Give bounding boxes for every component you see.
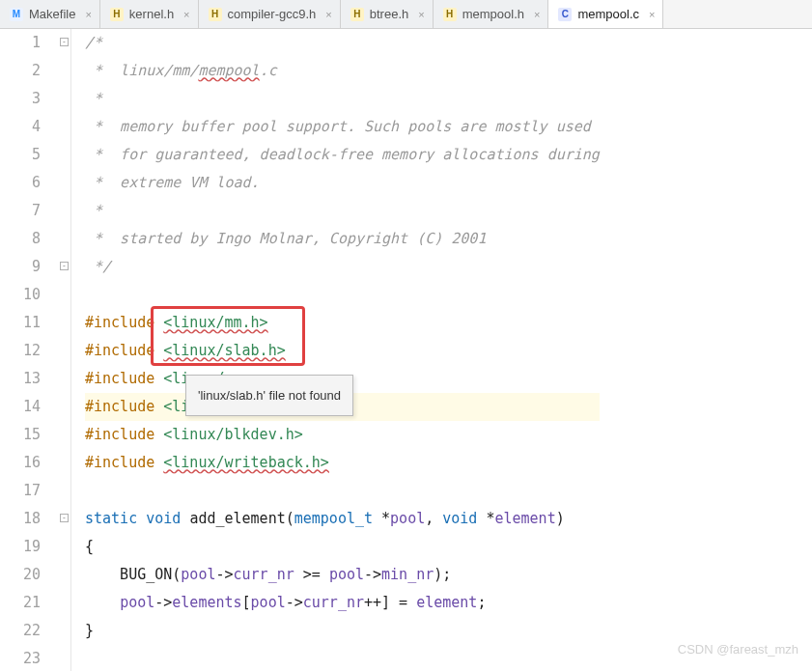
line-number: 22 <box>0 617 41 645</box>
file-type-icon: H <box>209 8 222 21</box>
line-number: 2 <box>0 57 41 85</box>
tab-kernel-h[interactable]: Hkernel.h× <box>100 0 199 28</box>
code-line[interactable]: #include <linux/mm.h> <box>85 309 600 337</box>
file-type-icon: H <box>443 8 457 21</box>
line-number: 23 <box>0 645 41 671</box>
line-number: 1 <box>0 29 41 57</box>
line-number: 13 <box>0 365 41 393</box>
line-number: 20 <box>0 561 41 589</box>
code-line[interactable] <box>85 281 600 309</box>
close-icon[interactable]: × <box>534 9 540 20</box>
tab-label: mempool.h <box>462 7 524 21</box>
fold-toggle-icon[interactable]: - <box>60 514 69 522</box>
close-icon[interactable]: × <box>649 9 655 20</box>
editor-area[interactable]: 123456789101112131415161718192021222324 … <box>0 29 812 671</box>
code-content[interactable]: /* * linux/mm/mempool.c * * memory buffe… <box>71 29 600 671</box>
file-type-icon: H <box>110 8 124 21</box>
code-line[interactable]: #include <linux/writeback.h> <box>85 449 600 477</box>
tab-label: mempool.c <box>577 7 639 21</box>
line-number: 10 <box>0 281 41 309</box>
code-line[interactable]: */ <box>85 253 600 281</box>
line-number: 17 <box>0 477 41 505</box>
file-type-icon: M <box>10 8 23 21</box>
code-line[interactable]: * <box>85 197 600 225</box>
line-number-gutter: 123456789101112131415161718192021222324 <box>0 29 58 671</box>
line-number: 19 <box>0 533 41 561</box>
code-line[interactable]: * linux/mm/mempool.c <box>85 57 600 85</box>
code-line[interactable]: static void add_element(mempool_t *pool,… <box>85 505 600 533</box>
code-line[interactable]: /* <box>85 29 600 57</box>
tab-label: compiler-gcc9.h <box>228 7 317 21</box>
code-line[interactable]: * memory buffer pool support. Such pools… <box>85 113 600 141</box>
tab-mempool-h[interactable]: Hmempool.h× <box>434 0 549 28</box>
code-line[interactable] <box>85 645 600 671</box>
code-line[interactable]: * extreme VM load. <box>85 169 600 197</box>
watermark: CSDN @fareast_mzh <box>678 635 798 663</box>
tab-label: btree.h <box>370 7 408 21</box>
code-line[interactable]: } <box>85 617 600 645</box>
close-icon[interactable]: × <box>325 9 331 20</box>
tab-btree-h[interactable]: Hbtree.h× <box>341 0 434 28</box>
line-number: 16 <box>0 449 41 477</box>
line-number: 9 <box>0 253 41 281</box>
line-number: 3 <box>0 85 41 113</box>
line-number: 6 <box>0 169 41 197</box>
line-number: 18 <box>0 505 41 533</box>
line-number: 8 <box>0 225 41 253</box>
fold-toggle-icon[interactable]: - <box>60 38 69 46</box>
tab-Makefile[interactable]: MMakefile× <box>0 0 100 28</box>
code-line[interactable]: * for guaranteed, deadlock-free memory a… <box>85 141 600 169</box>
line-number: 11 <box>0 309 41 337</box>
editor-tabs: MMakefile×Hkernel.h×Hcompiler-gcc9.h×Hbt… <box>0 0 812 29</box>
code-line[interactable]: pool->elements[pool->curr_nr++] = elemen… <box>85 589 600 617</box>
code-line[interactable]: * <box>85 85 600 113</box>
file-type-icon: H <box>350 8 364 21</box>
line-number: 15 <box>0 421 41 449</box>
code-line[interactable]: #include <linux/blkdev.h> <box>85 421 600 449</box>
line-number: 5 <box>0 141 41 169</box>
tooltip-text: 'linux/slab.h' file not found <box>198 388 341 403</box>
line-number: 12 <box>0 337 41 365</box>
code-line[interactable]: #include <linux/slab.h> <box>85 337 600 365</box>
line-number: 4 <box>0 113 41 141</box>
tab-label: Makefile <box>29 7 75 21</box>
close-icon[interactable]: × <box>85 9 91 20</box>
file-type-icon: C <box>558 8 572 21</box>
tab-mempool-c[interactable]: Cmempool.c× <box>548 0 663 28</box>
line-number: 7 <box>0 197 41 225</box>
code-line[interactable] <box>85 477 600 505</box>
code-line[interactable]: * started by Ingo Molnar, Copyright (C) … <box>85 225 600 253</box>
code-line[interactable]: { <box>85 533 600 561</box>
fold-column[interactable]: --- <box>58 29 71 671</box>
close-icon[interactable]: × <box>183 9 189 20</box>
tab-compiler-gcc9-h[interactable]: Hcompiler-gcc9.h× <box>199 0 341 28</box>
fold-toggle-icon[interactable]: - <box>60 262 69 270</box>
error-tooltip: 'linux/slab.h' file not found <box>185 375 353 416</box>
tab-label: kernel.h <box>129 7 174 21</box>
line-number: 21 <box>0 589 41 617</box>
code-line[interactable]: BUG_ON(pool->curr_nr >= pool->min_nr); <box>85 561 600 589</box>
close-icon[interactable]: × <box>418 9 424 20</box>
line-number: 14 <box>0 393 41 421</box>
